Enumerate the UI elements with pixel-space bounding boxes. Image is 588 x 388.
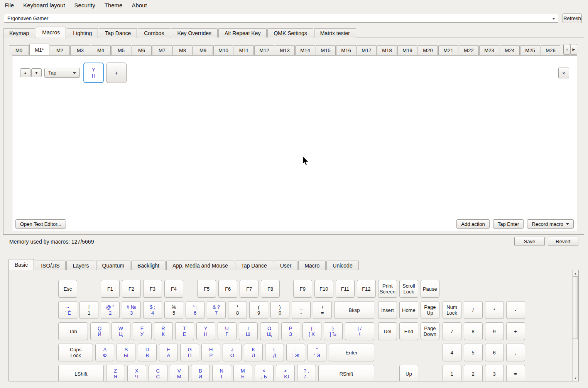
scrollbar[interactable]: ▲ ▼: [572, 270, 578, 381]
key-rshift[interactable]: RShift: [318, 365, 374, 381]
keycode-tab-tap-dance[interactable]: Tap Dance: [235, 261, 273, 270]
key-i-ш[interactable]: IШ: [239, 322, 258, 340]
device-selector[interactable]: Ergohaven Gamer: [4, 14, 558, 23]
macro-tabs-scroll-right-button[interactable]: ▶: [570, 44, 577, 55]
key-esc[interactable]: Esc: [58, 280, 77, 298]
save-button[interactable]: Save: [514, 237, 545, 246]
record-macro-button[interactable]: Record macro: [527, 219, 574, 229]
key-j-о[interactable]: JО: [223, 344, 242, 361]
key-f7[interactable]: F7: [240, 280, 259, 298]
key-3[interactable]: # №3: [122, 301, 141, 319]
tab-combos[interactable]: Combos: [138, 28, 170, 37]
move-action-down-button[interactable]: ▼: [31, 68, 42, 77]
add-action-button[interactable]: Add action: [456, 219, 489, 229]
macro-tab-m14[interactable]: M14: [295, 45, 315, 55]
key-end[interactable]: End: [399, 322, 418, 340]
key-l-д[interactable]: LД: [265, 344, 284, 361]
macro-tab-m4[interactable]: M4: [91, 45, 111, 55]
key-x-ч[interactable]: XЧ: [127, 365, 146, 381]
key-f10[interactable]: F10: [314, 280, 333, 298]
key-2[interactable]: @ "2: [101, 301, 120, 319]
keycode-tab-layers[interactable]: Layers: [66, 261, 95, 270]
key-sym[interactable]: =: [506, 365, 525, 381]
key-d-в[interactable]: DВ: [138, 344, 157, 361]
macro-tab-m0[interactable]: M0: [9, 45, 29, 55]
menu-item-about[interactable]: About: [127, 1, 151, 10]
key-insert[interactable]: Insert: [378, 301, 397, 319]
key-print-screen[interactable]: PrintScreen: [378, 280, 397, 298]
key-4[interactable]: 4: [443, 344, 461, 361]
macro-tab-m26[interactable]: M26: [541, 45, 560, 55]
tab-keymap[interactable]: Keymap: [3, 28, 35, 37]
tap-enter-button[interactable]: Tap Enter: [493, 219, 524, 229]
key-sym[interactable]: -: [506, 301, 525, 319]
key-t-е[interactable]: TЕ: [175, 322, 194, 340]
key-a-ф[interactable]: AФ: [95, 344, 114, 361]
keycode-tab-quantum[interactable]: Quantum: [96, 261, 131, 270]
tab-tap-dance[interactable]: Tap Dance: [99, 28, 137, 37]
key-4[interactable]: $ ;4: [143, 301, 162, 319]
key-s-ы[interactable]: SЫ: [117, 344, 135, 361]
key-r-к[interactable]: RК: [154, 322, 173, 340]
key-pause[interactable]: Pause: [421, 280, 439, 298]
macro-tab-m24[interactable]: M24: [500, 45, 520, 55]
key-home[interactable]: Home: [399, 301, 418, 319]
tab-key-overrides[interactable]: Key Overrides: [171, 28, 218, 37]
key-m-ь[interactable]: MЬ: [233, 365, 252, 381]
add-key-button[interactable]: +: [106, 63, 127, 83]
key-sym[interactable]: | /\: [345, 322, 375, 340]
macro-tab-m21[interactable]: M21: [438, 45, 458, 55]
key-q-й[interactable]: QЙ: [90, 322, 109, 340]
key-v-м[interactable]: VМ: [170, 365, 189, 381]
key-8[interactable]: *8: [228, 301, 247, 319]
macro-action-keycap[interactable]: Y Н: [83, 63, 104, 83]
scrollbar-thumb[interactable]: [573, 276, 578, 339]
macro-tab-m12[interactable]: M12: [254, 45, 274, 55]
macro-tab-m9[interactable]: M9: [193, 45, 213, 55]
key-5[interactable]: 5: [464, 344, 483, 361]
macro-tab-m16[interactable]: M16: [336, 45, 356, 55]
macro-tabs-scroll-left-button[interactable]: ◀: [563, 44, 570, 55]
macro-tab-m15[interactable]: M15: [316, 45, 336, 55]
macro-tab-m6[interactable]: M6: [132, 45, 152, 55]
key-5[interactable]: %5: [164, 301, 183, 319]
key-6[interactable]: ^ :6: [186, 301, 204, 319]
menu-item-keyboard-layout[interactable]: Keyboard layout: [19, 1, 69, 10]
key-f8[interactable]: F8: [261, 280, 280, 298]
menu-item-file[interactable]: File: [0, 1, 19, 10]
key-tab[interactable]: Tab: [58, 322, 88, 340]
key-f1[interactable]: F1: [101, 280, 120, 298]
scrollbar-up-button[interactable]: ▲: [573, 270, 578, 276]
scrollbar-down-button[interactable]: ▼: [573, 375, 578, 381]
keycode-tab-user[interactable]: User: [274, 261, 298, 270]
key-c-с[interactable]: CС: [149, 365, 167, 381]
key-u-г[interactable]: UГ: [218, 322, 237, 340]
macro-tab-m3[interactable]: M3: [70, 45, 90, 55]
macro-tab-m17[interactable]: M17: [357, 45, 377, 55]
key-scroll-lock[interactable]: ScrollLock: [399, 280, 418, 298]
key-f6[interactable]: F6: [218, 280, 237, 298]
key-7[interactable]: 7: [443, 322, 461, 340]
tab-qmk-settings[interactable]: QMK Settings: [267, 28, 313, 37]
action-type-select[interactable]: Tap: [44, 68, 80, 78]
key-ю[interactable]: >. Ю: [276, 365, 295, 381]
macro-tab-m1[interactable]: M1*: [29, 44, 49, 55]
key-ж[interactable]: :; Ж: [286, 344, 305, 361]
keycode-tab-backlight[interactable]: Backlight: [131, 261, 166, 270]
key-f11[interactable]: F11: [336, 280, 355, 298]
key-sym[interactable]: +: [506, 322, 525, 340]
tab-matrix-tester[interactable]: Matrix tester: [314, 28, 356, 37]
key-f3[interactable]: F3: [143, 280, 162, 298]
key-bksp[interactable]: Bksp: [334, 301, 374, 319]
macro-tab-m23[interactable]: M23: [479, 45, 499, 55]
macro-tab-m8[interactable]: M8: [172, 45, 193, 55]
key-g-п[interactable]: GП: [180, 344, 199, 361]
macro-tab-m18[interactable]: M18: [377, 45, 397, 55]
key-э[interactable]: "' Э: [308, 344, 326, 361]
key-page-up[interactable]: PageUp: [421, 301, 439, 319]
key-sym[interactable]: *: [485, 301, 504, 319]
key-num-lock[interactable]: NumLock: [443, 301, 461, 319]
key-f12[interactable]: F12: [357, 280, 376, 298]
refresh-button[interactable]: Refresh: [563, 14, 582, 23]
key-6[interactable]: 6: [485, 344, 504, 361]
